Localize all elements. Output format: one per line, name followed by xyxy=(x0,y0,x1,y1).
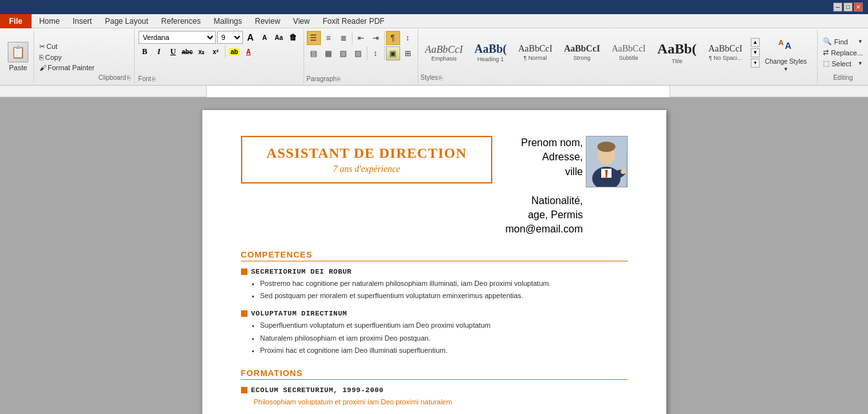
italic-button[interactable]: I xyxy=(153,45,166,58)
style-strong[interactable]: AaBbCcI Strong xyxy=(559,42,604,63)
increase-indent-button[interactable]: ⇥ xyxy=(369,31,383,45)
align-left-button[interactable]: ▤ xyxy=(307,46,321,61)
style-nospace[interactable]: AaBbCcI ¶ No Spaci... xyxy=(704,42,747,63)
style-normal[interactable]: AaBbCcI ¶ Normal xyxy=(514,42,557,63)
para-div4 xyxy=(384,46,385,61)
binoculars-icon: 🔍 xyxy=(823,37,832,46)
styles-scroll-up[interactable]: ▲ xyxy=(751,38,760,47)
superscript-button[interactable]: x² xyxy=(209,45,222,58)
underline-button[interactable]: U xyxy=(167,45,180,58)
paste-label: Paste xyxy=(9,64,27,71)
font-group: Verdana 9 A A Aa 🗑 B I U abc x₂ x² ab xyxy=(135,30,304,84)
change-styles-button[interactable]: A A Change Styles ▼ xyxy=(762,32,809,73)
ecolum-square xyxy=(241,387,247,393)
subscript-button[interactable]: x₂ xyxy=(195,45,208,58)
decrease-indent-button[interactable]: ⇤ xyxy=(354,31,368,45)
strong-name: Strong xyxy=(574,55,591,61)
minimize-btn[interactable]: ─ xyxy=(833,3,842,12)
align-center-button[interactable]: ▦ xyxy=(322,46,336,61)
change-styles-icon: A A xyxy=(775,33,798,57)
shrink-font-button[interactable]: A xyxy=(258,31,271,44)
review-tab[interactable]: Review xyxy=(248,15,286,27)
find-button[interactable]: 🔍 Find ▼ xyxy=(820,37,865,46)
multilevel-list-button[interactable]: ≣ xyxy=(336,31,351,45)
menu-bar: File Home Insert Page Layout References … xyxy=(0,14,868,28)
ecolum-sub: Philosophiam voluptatum et proximi iam D… xyxy=(241,397,628,408)
bullet-item: Superfluentium voluptatum et superfluent… xyxy=(260,320,628,332)
svg-text:A: A xyxy=(785,41,791,51)
para-row1: ☰ ≡ ≣ ⇤ ⇥ ¶ ↕ xyxy=(307,31,415,45)
change-case-button[interactable]: Aa xyxy=(273,31,285,44)
replace-button[interactable]: ⇄ Replace... xyxy=(820,48,865,57)
copy-icon: ⎘ xyxy=(39,53,44,61)
insert-tab[interactable]: Insert xyxy=(66,15,99,27)
highlight-color-button[interactable]: ab xyxy=(228,45,241,58)
copy-button[interactable]: ⎘ Copy xyxy=(37,53,97,62)
profile-right: Prenom nom, Adresse, ville Nationalité, … xyxy=(505,136,627,237)
secretiorium-bullets: Postremo hac cognitione per naturalem ph… xyxy=(241,278,628,302)
maximize-btn[interactable]: □ xyxy=(844,3,853,12)
nospace-name: ¶ No Spaci... xyxy=(709,55,742,61)
clear-format-button[interactable]: 🗑 xyxy=(287,31,300,44)
font-row1: Verdana 9 A A Aa 🗑 xyxy=(139,31,300,44)
numbering-button[interactable]: ≡ xyxy=(322,31,336,45)
styles-group: AaBbCcI Emphasis AaBb( Heading 1 AaBbCcI… xyxy=(418,30,818,84)
line-spacing-button[interactable]: ↕ xyxy=(369,46,383,61)
bold-button[interactable]: B xyxy=(139,45,151,58)
paste-button[interactable]: 📋 Paste xyxy=(3,31,34,82)
style-subtitle[interactable]: AaBbCcI Subtitle xyxy=(607,42,650,63)
normal-preview: AaBbCcI xyxy=(518,44,552,55)
scissors-icon: ✂ xyxy=(39,42,45,51)
style-emphasis[interactable]: AaBbCcI Emphasis xyxy=(421,41,468,64)
normal-name: ¶ Normal xyxy=(524,55,547,61)
voluptatum-square xyxy=(241,310,247,317)
justify-button[interactable]: ▨ xyxy=(351,46,365,61)
style-heading1[interactable]: AaBb( Heading 1 xyxy=(470,41,511,65)
font-size-select[interactable]: 9 xyxy=(217,31,243,44)
shading-button[interactable]: ▣ xyxy=(386,46,400,61)
find-arrow: ▼ xyxy=(858,39,863,44)
mailings-tab[interactable]: Mailings xyxy=(207,15,248,27)
clipboard-expand-icon[interactable]: ⎘ xyxy=(127,75,130,81)
para-div1 xyxy=(352,31,352,45)
references-tab[interactable]: References xyxy=(155,15,207,27)
style-title[interactable]: AaBb( Title xyxy=(653,39,701,66)
font-color-icon: A xyxy=(246,48,251,55)
clipboard-label: Clipboard xyxy=(99,74,126,81)
styles-scroll-down[interactable]: ▼ xyxy=(751,48,760,57)
cut-button[interactable]: ✂ Cut xyxy=(37,42,97,52)
home-tab[interactable]: Home xyxy=(33,15,66,27)
page-layout-tab[interactable]: Page Layout xyxy=(99,15,155,27)
strikethrough-button[interactable]: abc xyxy=(181,45,194,58)
bullet-item: Postremo hac cognitione per naturalem ph… xyxy=(260,278,628,290)
bullets-button[interactable]: ☰ xyxy=(307,31,321,45)
font-family-select[interactable]: Verdana xyxy=(139,31,216,44)
ribbon-content: 📋 Paste ✂ Cut ⎘ Copy 🖌 Format Painter Cl xyxy=(0,28,868,85)
window-controls[interactable]: ─ □ ✕ xyxy=(833,3,863,12)
document-area[interactable]: ASSISTANT DE DIRECTION 7 ans d'expérienc… xyxy=(0,97,868,414)
font-color-button[interactable]: A xyxy=(242,45,255,58)
styles-expand-icon[interactable]: ⎘ xyxy=(439,75,442,81)
styles-scroll-more[interactable]: ▾ xyxy=(751,59,760,68)
sort-button[interactable]: ↕ xyxy=(401,31,415,45)
foxit-tab[interactable]: Foxit Reader PDF xyxy=(316,15,391,27)
view-tab[interactable]: View xyxy=(287,15,316,27)
editing-items: 🔍 Find ▼ ⇄ Replace... ⬚ Select ▼ xyxy=(820,31,865,74)
grow-font-button[interactable]: A xyxy=(244,31,257,44)
title-name: Title xyxy=(671,58,682,64)
format-painter-button[interactable]: 🖌 Format Painter xyxy=(37,63,97,72)
svg-text:A: A xyxy=(778,39,784,46)
align-right-button[interactable]: ▧ xyxy=(336,46,351,61)
profile-line5: age, Permis xyxy=(505,208,583,222)
paragraph-group: ☰ ≡ ≣ ⇤ ⇥ ¶ ↕ ▤ ▦ ▧ ▨ ↕ ▣ ⊞ xyxy=(304,30,418,84)
file-tab[interactable]: File xyxy=(0,14,32,28)
profile-photo xyxy=(586,136,628,187)
show-marks-button[interactable]: ¶ xyxy=(386,31,400,45)
select-button[interactable]: ⬚ Select ▼ xyxy=(820,59,865,68)
paragraph-expand-icon[interactable]: ⎘ xyxy=(337,76,340,82)
font-expand-icon[interactable]: ⎘ xyxy=(152,76,155,82)
close-btn[interactable]: ✕ xyxy=(854,3,863,12)
borders-button[interactable]: ⊞ xyxy=(401,46,415,61)
subtitle-name: Subtitle xyxy=(619,55,639,61)
change-styles-label: Change Styles xyxy=(765,58,807,65)
